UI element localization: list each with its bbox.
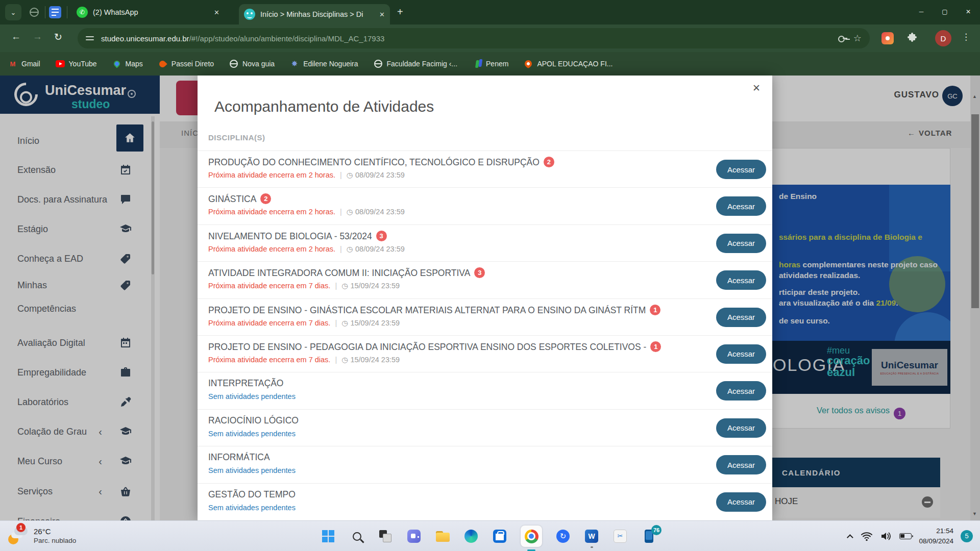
password-key-icon[interactable] xyxy=(838,36,847,41)
globe-icon xyxy=(374,59,383,68)
site-settings-icon[interactable] xyxy=(86,35,94,41)
weather-widget[interactable]: 1 26°C Parc. nublado xyxy=(7,525,76,546)
tray-notification-badge[interactable]: 5 xyxy=(961,530,973,542)
microsoft-store-icon[interactable] xyxy=(492,529,507,544)
acessar-button[interactable]: Acessar xyxy=(716,381,766,400)
bookmark-faculdade[interactable]: Faculdade Facimig ‹... xyxy=(374,59,458,68)
new-tab-button[interactable]: + xyxy=(397,6,403,18)
clock-icon: ◷ xyxy=(341,282,348,290)
tab-studeo-active[interactable]: Início > Minhas Disciplinas > Di ✕ xyxy=(239,4,390,24)
snipping-tool-icon[interactable]: ✂ xyxy=(612,529,628,544)
reload-icon[interactable]: ↻ xyxy=(54,31,62,43)
maximize-button[interactable]: ▢ xyxy=(933,0,957,23)
gmail-icon: M xyxy=(8,59,17,68)
modal-title: Acompanhamento de Atividades xyxy=(214,98,434,115)
discipline-title: ATIVIDADE INTEGRADORA COMUM II: INICIAÇÃ… xyxy=(208,267,485,279)
bookmark-nova-guia[interactable]: Nova guia xyxy=(229,59,275,68)
discipline-title: PROJETO DE ENSINO - GINÁSTICA ESCOLAR MA… xyxy=(208,305,660,316)
bookmark-star-icon[interactable]: ☆ xyxy=(853,33,862,44)
discipline-row: GINÁSTICA2 Próxima atividade encerra em … xyxy=(198,187,772,224)
acessar-button[interactable]: Acessar xyxy=(716,160,766,179)
tab-label: (2) WhatsApp xyxy=(93,8,210,16)
volume-icon[interactable] xyxy=(880,531,892,541)
browser-profile-avatar[interactable]: D xyxy=(935,30,951,46)
discipline-row: PROJETO DE ENSINO - PEDAGOGIA DA INICIAÇ… xyxy=(198,335,772,372)
system-tray: 21:54 08/09/2024 5 xyxy=(849,521,973,551)
sem-atividades-link[interactable]: Sem atividades pendentes xyxy=(208,430,296,438)
bookmark-label: Edilene Nogueira xyxy=(303,60,358,68)
apol-icon xyxy=(524,59,533,68)
tab-search-icon[interactable]: ⌄ xyxy=(5,4,21,20)
bookmark-edilene[interactable]: ✸Edilene Nogueira xyxy=(290,59,358,68)
maps-pin-icon xyxy=(112,59,121,68)
tab-separator xyxy=(67,6,67,18)
tab-whatsapp[interactable]: ✆ (2) WhatsApp ✕ xyxy=(71,0,225,24)
close-button[interactable]: ✕ xyxy=(957,0,980,23)
weather-icon: 1 xyxy=(7,525,29,546)
start-button[interactable] xyxy=(321,529,336,544)
tab-close-icon[interactable]: ✕ xyxy=(379,11,385,18)
acessar-button[interactable]: Acessar xyxy=(716,492,766,512)
word-icon[interactable]: W xyxy=(584,529,599,544)
edge-icon[interactable] xyxy=(463,529,479,544)
sync-app-icon[interactable]: ↻ xyxy=(555,529,571,544)
sem-atividades-link[interactable]: Sem atividades pendentes xyxy=(208,392,296,400)
extensions-puzzle-icon[interactable] xyxy=(905,32,918,46)
battery-icon[interactable] xyxy=(899,533,912,539)
discipline-status: Próxima atividade encerra em 2 horas.|◷0… xyxy=(208,208,405,216)
bookmark-gmail[interactable]: MGmail xyxy=(8,59,40,68)
acessar-button[interactable]: Acessar xyxy=(716,196,766,216)
bookmark-label: Faculdade Facimig ‹... xyxy=(387,60,458,68)
discipline-title: PRODUÇÃO DO CONHECIMENTO CIENTÍFICO, TEC… xyxy=(208,157,554,168)
pending-count-badge: 1 xyxy=(650,305,660,315)
tab-close-icon[interactable]: ✕ xyxy=(214,9,219,16)
bookmark-apol[interactable]: APOL EDUCAÇAO FI... xyxy=(524,59,612,68)
discipline-row: GESTÃO DO TEMPO Sem atividades pendentes… xyxy=(198,483,772,520)
modal-close-icon[interactable]: ✕ xyxy=(741,76,772,100)
address-bar[interactable]: studeo.unicesumar.edu.br/#!/app/studeo/a… xyxy=(78,28,870,48)
wifi-icon[interactable] xyxy=(861,531,873,541)
inactive-favicon-globe-icon[interactable] xyxy=(30,8,39,17)
pending-count-badge: 3 xyxy=(474,267,485,278)
youtube-icon xyxy=(56,59,65,68)
discipline-row: ATIVIDADE INTEGRADORA COMUM II: INICIAÇÃ… xyxy=(198,261,772,298)
back-icon[interactable]: ← xyxy=(11,31,21,42)
browser-menu-icon[interactable]: ⋮ xyxy=(962,32,970,42)
acessar-button[interactable]: Acessar xyxy=(716,234,766,253)
clock-icon: ◷ xyxy=(347,208,353,216)
bookmark-maps[interactable]: Maps xyxy=(112,59,143,68)
bookmark-label: Gmail xyxy=(21,60,40,68)
url-path: /#!/app/studeo/aluno/ambiente/disciplina… xyxy=(189,34,385,43)
phone-link-icon[interactable]: 76 xyxy=(641,529,656,544)
extension-shortcut-icon[interactable] xyxy=(881,32,894,44)
acessar-button[interactable]: Acessar xyxy=(716,308,766,327)
url-domain: studeo.unicesumar.edu.br xyxy=(101,34,189,43)
forward-icon[interactable]: → xyxy=(33,31,42,42)
acessar-button[interactable]: Acessar xyxy=(716,418,766,438)
tray-chevron-icon[interactable] xyxy=(847,534,853,541)
search-icon[interactable] xyxy=(349,529,364,544)
discipline-status: Próxima atividade encerra em 7 dias.|◷15… xyxy=(208,319,400,327)
bookmark-passei-direto[interactable]: Passei Direto xyxy=(158,59,214,68)
chat-icon[interactable] xyxy=(406,529,422,544)
taskbar: 1 26°C Parc. nublado ↻ W ✂ 76 xyxy=(0,520,980,551)
minimize-button[interactable]: ─ xyxy=(910,0,933,23)
discipline-row: RACIOCÍNIO LÓGICO Sem atividades pendent… xyxy=(198,409,772,446)
discipline-title: GINÁSTICA2 xyxy=(208,193,271,205)
acessar-button[interactable]: Acessar xyxy=(716,344,766,364)
sem-atividades-link[interactable]: Sem atividades pendentes xyxy=(208,466,296,474)
file-explorer-icon[interactable] xyxy=(435,529,450,544)
discipline-title: INFORMÁTICA xyxy=(208,452,270,463)
sem-atividades-link[interactable]: Sem atividades pendentes xyxy=(208,504,296,512)
acessar-button[interactable]: Acessar xyxy=(716,270,766,290)
bookmark-label: Passei Direto xyxy=(172,60,214,68)
bookmark-youtube[interactable]: YouTube xyxy=(56,59,97,68)
pinned-doc-icon[interactable] xyxy=(49,6,61,18)
task-view-icon[interactable] xyxy=(378,529,393,544)
clock-date[interactable]: 21:54 08/09/2024 xyxy=(919,526,953,546)
bookmark-penem[interactable]: Penem xyxy=(473,59,508,68)
acessar-button[interactable]: Acessar xyxy=(716,455,766,474)
discipline-row: PROJETO DE ENSINO - GINÁSTICA ESCOLAR MA… xyxy=(198,298,772,335)
passei-direto-icon xyxy=(158,59,167,68)
chrome-icon[interactable] xyxy=(521,525,542,547)
